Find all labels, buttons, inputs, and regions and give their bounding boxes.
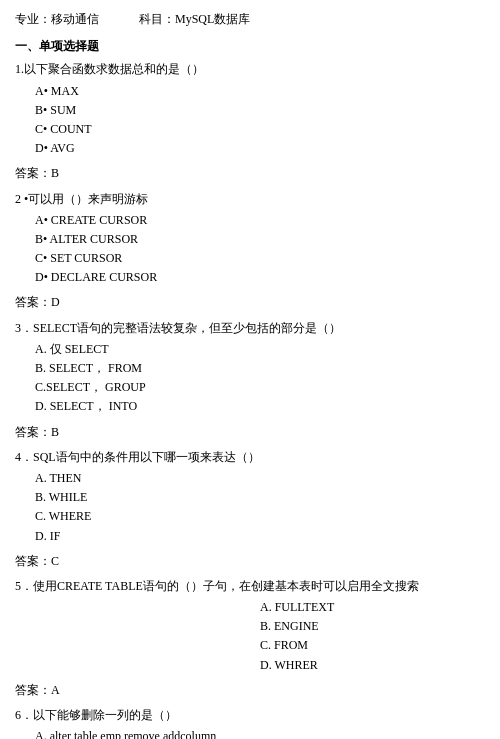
question-4-text: 4．SQL语句中的条件用以下哪一项来表达（） [15, 448, 485, 467]
option-6a: A. alter table emp remove addcolumn [35, 727, 485, 739]
question-3-options: A. 仅 SELECT B. SELECT， FROM C.SELECT， GR… [35, 340, 485, 417]
question-6-options: A. alter table emp remove addcolumn B• a… [35, 727, 485, 739]
option-3c: C.SELECT， GROUP [35, 378, 485, 397]
option-4a: A. THEN [35, 469, 485, 488]
option-4d: D. IF [35, 527, 485, 546]
question-6-text: 6．以下能够删除一列的是（） [15, 706, 485, 725]
q5-options-list: A. FULLTEXT B. ENGINE C. FROM D. WHRER [260, 598, 485, 675]
option-5b: B. ENGINE [260, 617, 485, 636]
answer-5: 答案：A [15, 681, 485, 700]
question-6: 6．以下能够删除一列的是（） A. alter table emp remove… [15, 706, 485, 739]
question-5: 5．使用CREATE TABLE语句的（）子句，在创建基本表时可以启用全文搜索 … [15, 577, 485, 675]
answer-1: 答案：B [15, 164, 485, 183]
question-1-options: A• MAX B• SUM C• COUNT D• AVG [35, 82, 485, 159]
option-3d: D. SELECT， INTO [35, 397, 485, 416]
option-5c: C. FROM [260, 636, 485, 655]
option-2a: A• CREATE CURSOR [35, 211, 485, 230]
section-title: 一、单项选择题 [15, 37, 485, 56]
option-3b: B. SELECT， FROM [35, 359, 485, 378]
header: 专业：移动通信 科目：MySQL数据库 [15, 10, 485, 29]
question-4-options: A. THEN B. WHILE C. WHERE D. IF [35, 469, 485, 546]
option-2c: C• SET CURSOR [35, 249, 485, 268]
option-4c: C. WHERE [35, 507, 485, 526]
option-1c: C• COUNT [35, 120, 485, 139]
option-1a: A• MAX [35, 82, 485, 101]
question-5-options: A. FULLTEXT B. ENGINE C. FROM D. WHRER [35, 598, 485, 675]
answer-2: 答案：D [15, 293, 485, 312]
option-3a: A. 仅 SELECT [35, 340, 485, 359]
question-1: 1.以下聚合函数求数据总和的是（） A• MAX B• SUM C• COUNT… [15, 60, 485, 158]
question-5-text: 5．使用CREATE TABLE语句的（）子句，在创建基本表时可以启用全文搜索 [15, 577, 485, 596]
option-1b: B• SUM [35, 101, 485, 120]
question-3-text: 3．SELECT语句的完整语法较复杂，但至少包括的部分是（） [15, 319, 485, 338]
option-2d: D• DECLARE CURSOR [35, 268, 485, 287]
question-2-text: 2 •可以用（）来声明游标 [15, 190, 485, 209]
question-4: 4．SQL语句中的条件用以下哪一项来表达（） A. THEN B. WHILE … [15, 448, 485, 546]
answer-4: 答案：C [15, 552, 485, 571]
option-5d: D. WHRER [260, 656, 485, 675]
question-2-options: A• CREATE CURSOR B• ALTER CURSOR C• SET … [35, 211, 485, 288]
option-5a: A. FULLTEXT [260, 598, 485, 617]
q5-options-spacer [35, 598, 260, 675]
option-4b: B. WHILE [35, 488, 485, 507]
header-subject: 科目：MySQL数据库 [139, 10, 250, 29]
question-2: 2 •可以用（）来声明游标 A• CREATE CURSOR B• ALTER … [15, 190, 485, 288]
question-1-text: 1.以下聚合函数求数据总和的是（） [15, 60, 485, 79]
option-2b: B• ALTER CURSOR [35, 230, 485, 249]
header-major: 专业：移动通信 [15, 10, 99, 29]
option-1d: D• AVG [35, 139, 485, 158]
answer-3: 答案：B [15, 423, 485, 442]
question-3: 3．SELECT语句的完整语法较复杂，但至少包括的部分是（） A. 仅 SELE… [15, 319, 485, 417]
